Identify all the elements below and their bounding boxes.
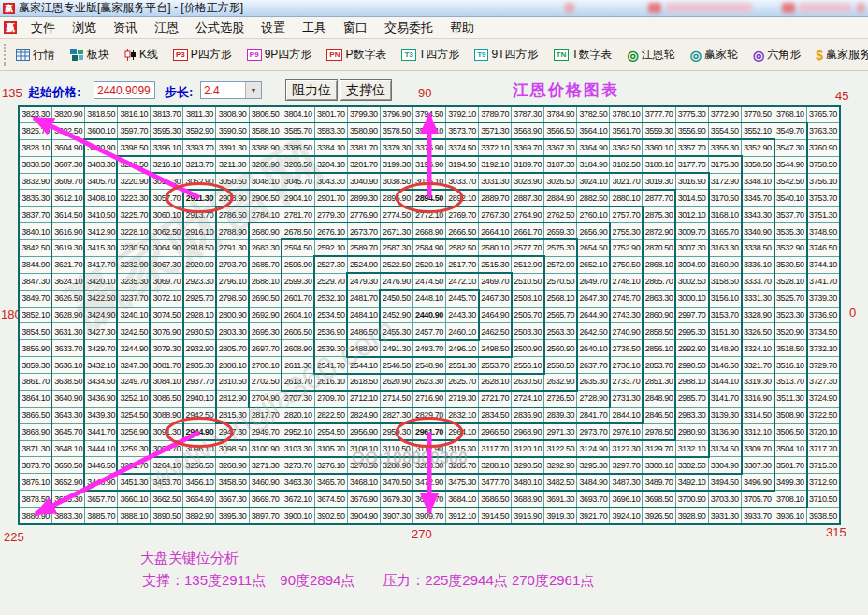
t9-square-icon: T9 bbox=[474, 49, 488, 61]
toolbar-item-K线[interactable]: K线 bbox=[120, 45, 163, 64]
menu-item-帮助[interactable]: 帮助 bbox=[441, 19, 483, 36]
price-cell: 3854.50 bbox=[20, 323, 52, 340]
price-cell: 3314.50 bbox=[741, 407, 774, 423]
price-cell: 2515.30 bbox=[479, 256, 512, 273]
toolbar-item-T四方形[interactable]: T3T四方形 bbox=[397, 45, 464, 64]
price-cell: 3688.90 bbox=[512, 491, 544, 508]
menu-item-公式选股[interactable]: 公式选股 bbox=[187, 19, 253, 36]
toolbar-item-赢家轮[interactable]: ◎赢家轮 bbox=[686, 45, 743, 64]
price-cell: 2868.10 bbox=[643, 256, 675, 273]
price-cell: 3120.10 bbox=[512, 440, 544, 457]
price-cell: 2764.90 bbox=[512, 207, 544, 223]
toolbar-item-9P四方形[interactable]: P99P四方形 bbox=[242, 45, 316, 64]
price-cell: 3232.90 bbox=[118, 256, 151, 273]
price-cell: 2870.50 bbox=[643, 240, 675, 257]
toolbar-item-P四方形[interactable]: P3P四方形 bbox=[168, 45, 237, 64]
price-cell: 3492.10 bbox=[675, 474, 708, 491]
price-cell: 2505.70 bbox=[512, 307, 544, 323]
price-cell: 3247.30 bbox=[118, 357, 151, 374]
menu-item-文件[interactable]: 文件 bbox=[22, 19, 64, 36]
resistance-button[interactable]: 阻力位 bbox=[285, 79, 338, 101]
toolbar-item-六角形[interactable]: ◎六角形 bbox=[748, 45, 805, 64]
price-cell: 2546.50 bbox=[380, 357, 412, 374]
price-cell: 2832.10 bbox=[446, 407, 479, 423]
price-cell: 3645.70 bbox=[52, 423, 85, 440]
toolbar-item-9T四方形[interactable]: T99T四方形 bbox=[470, 45, 542, 64]
price-cell: 3624.10 bbox=[52, 273, 85, 290]
price-cell: 3093.70 bbox=[151, 440, 183, 457]
price-cell: 3633.70 bbox=[52, 340, 85, 357]
price-cell: 3835.30 bbox=[20, 190, 52, 207]
chevron-down-icon[interactable]: ▼ bbox=[245, 82, 261, 98]
price-cell: 3938.50 bbox=[806, 508, 839, 524]
gann-price-square: 3823.303820.903818.503816.103813.703811.… bbox=[19, 106, 840, 524]
price-cell: 3878.50 bbox=[20, 491, 52, 508]
price-cell: 3866.50 bbox=[20, 407, 52, 423]
price-cell: 3098.50 bbox=[216, 440, 249, 457]
price-cell: 2887.30 bbox=[512, 190, 544, 207]
toolbar-item-江恩轮[interactable]: ◎江恩轮 bbox=[623, 45, 680, 64]
menu-item-资讯[interactable]: 资讯 bbox=[105, 19, 146, 36]
price-cell: 2736.10 bbox=[610, 357, 643, 374]
price-cell: 3921.70 bbox=[577, 508, 610, 524]
price-cell: 3859.30 bbox=[20, 357, 52, 374]
toolbar-item-板块[interactable]: 板块 bbox=[65, 45, 114, 64]
menu-item-浏览[interactable]: 浏览 bbox=[64, 19, 105, 36]
menu-item-工具[interactable]: 工具 bbox=[294, 19, 335, 36]
price-cell: 3012.10 bbox=[675, 207, 708, 223]
start-price-input[interactable] bbox=[94, 81, 155, 99]
price-cell: 3165.70 bbox=[708, 223, 741, 240]
price-cell: 3794.50 bbox=[412, 107, 445, 123]
price-cell: 3686.50 bbox=[479, 491, 512, 508]
price-cell: 2798.50 bbox=[216, 290, 249, 307]
price-cell: 2568.10 bbox=[544, 290, 577, 307]
price-cell: 3628.90 bbox=[52, 307, 85, 323]
price-cell: 3244.90 bbox=[118, 340, 151, 357]
price-cell: 2472.10 bbox=[446, 273, 479, 290]
price-cell: 3451.30 bbox=[118, 474, 151, 491]
price-cell: 2688.10 bbox=[249, 273, 282, 290]
price-cell: 3885.70 bbox=[85, 508, 118, 524]
price-cell: 3264.10 bbox=[151, 457, 183, 474]
price-cell: 2793.70 bbox=[216, 256, 249, 273]
step-combobox[interactable]: 2.4 ▼ bbox=[200, 81, 262, 99]
price-cell: 2776.90 bbox=[347, 207, 380, 223]
menu-item-江恩[interactable]: 江恩 bbox=[146, 19, 187, 36]
price-cell: 2707.30 bbox=[282, 390, 314, 407]
winner-wheel-icon: ◎ bbox=[690, 49, 702, 62]
price-cell: 2474.50 bbox=[412, 273, 445, 290]
price-cell: 3763.30 bbox=[806, 122, 839, 139]
toolbar-item-T数字表[interactable]: TNT数字表 bbox=[549, 45, 617, 64]
price-cell: 2810.50 bbox=[216, 374, 249, 391]
chart-title: 江恩价格图表 bbox=[513, 79, 619, 101]
blurred-promo-text bbox=[666, 3, 752, 13]
support-button[interactable]: 支撑位 bbox=[340, 79, 392, 101]
toolbar-item-P数字表[interactable]: PNP数字表 bbox=[322, 45, 391, 64]
price-cell: 2724.10 bbox=[512, 390, 544, 407]
menu-item-设置[interactable]: 设置 bbox=[253, 19, 294, 36]
price-cell: 3052.90 bbox=[183, 173, 216, 190]
price-cell: 2805.70 bbox=[216, 340, 249, 357]
tn-table-icon: TN bbox=[554, 49, 570, 61]
price-cell: 3751.30 bbox=[806, 207, 839, 223]
price-cell: 3448.90 bbox=[85, 474, 118, 491]
price-cell: 3542.50 bbox=[774, 173, 806, 190]
price-cell: 3405.70 bbox=[85, 173, 118, 190]
price-cell: 3496.90 bbox=[741, 474, 774, 491]
price-cell: 2829.70 bbox=[412, 407, 445, 423]
price-cell: 2791.30 bbox=[216, 240, 249, 257]
price-cell: 3588.10 bbox=[249, 122, 282, 139]
toolbar-item-赢家服务[interactable]: $赢家服务 bbox=[811, 45, 868, 64]
price-cell: 3088.90 bbox=[151, 407, 183, 423]
price-cell: 3837.70 bbox=[20, 207, 52, 223]
menu-item-窗口[interactable]: 窗口 bbox=[335, 19, 376, 36]
price-cell: 3772.90 bbox=[708, 107, 741, 123]
toolbar-item-行情[interactable]: 行情 bbox=[11, 45, 60, 64]
price-cell: 3640.90 bbox=[52, 390, 85, 407]
price-cell: 3552.10 bbox=[741, 122, 774, 139]
menu-item-交易委托[interactable]: 交易委托 bbox=[376, 19, 441, 36]
price-cell: 2558.50 bbox=[544, 357, 577, 374]
price-cell: 2702.50 bbox=[249, 374, 282, 391]
price-cell: 3564.10 bbox=[577, 122, 610, 139]
price-cell: 3391.30 bbox=[216, 139, 249, 156]
